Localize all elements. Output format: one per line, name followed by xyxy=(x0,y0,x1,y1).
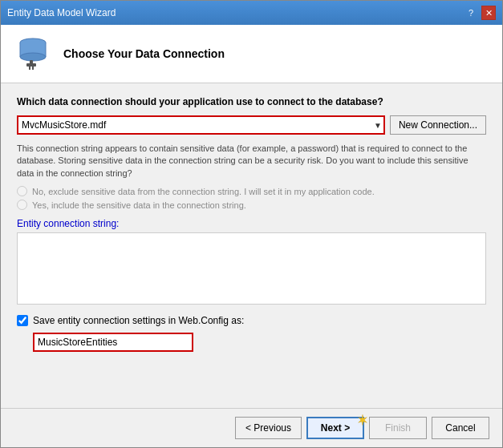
svg-rect-8 xyxy=(32,67,34,70)
main-window: Entity Data Model Wizard ? ✕ Choose Your… xyxy=(0,0,503,448)
close-button[interactable]: ✕ xyxy=(481,6,496,20)
next-button[interactable]: Next > xyxy=(306,417,364,439)
entity-input-wrapper xyxy=(33,333,486,352)
svg-rect-7 xyxy=(29,67,30,70)
help-button[interactable]: ? xyxy=(464,6,478,20)
header-area: Choose Your Data Connection xyxy=(1,25,502,83)
svg-rect-6 xyxy=(26,63,36,67)
cancel-button[interactable]: Cancel xyxy=(432,417,489,439)
radio-yes-label: Yes, include the sensitive data in the c… xyxy=(32,200,246,210)
save-settings-row: Save entity connection settings in Web.C… xyxy=(17,315,486,326)
question-label: Which data connection should your applic… xyxy=(17,96,486,107)
radio-yes-input[interactable] xyxy=(17,200,27,210)
new-connection-button[interactable]: New Connection... xyxy=(390,115,486,135)
previous-button[interactable]: < Previous xyxy=(235,417,302,439)
connection-dropdown-wrapper: MvcMusicStore.mdf ▼ xyxy=(17,115,385,135)
connection-row: MvcMusicStore.mdf ▼ New Connection... xyxy=(17,115,486,135)
radio-no-input[interactable] xyxy=(17,186,27,196)
save-checkbox-label: Save entity connection settings in Web.C… xyxy=(33,315,244,326)
radio-no-label: No, exclude sensitive data from the conn… xyxy=(32,187,375,196)
header-title: Choose Your Data Connection xyxy=(63,47,225,60)
radio-group: No, exclude sensitive data from the conn… xyxy=(17,186,486,210)
footer: < Previous Next > Finish Cancel xyxy=(1,408,502,447)
next-label: Next > xyxy=(321,422,350,434)
entity-connection-textarea[interactable] xyxy=(17,232,486,305)
burst-icon xyxy=(356,414,369,426)
connection-dropdown[interactable]: MvcMusicStore.mdf xyxy=(17,115,385,135)
svg-point-2 xyxy=(20,53,46,61)
save-checkbox[interactable] xyxy=(17,315,28,326)
database-icon xyxy=(14,34,52,73)
entity-label: Entity connection string: xyxy=(17,218,486,229)
finish-button[interactable]: Finish xyxy=(369,417,427,439)
title-bar: Entity Data Model Wizard ? ✕ xyxy=(1,1,502,25)
svg-marker-9 xyxy=(359,414,367,425)
title-bar-controls: ? ✕ xyxy=(464,6,496,20)
sensitive-text: This connection string appears to contai… xyxy=(17,143,486,180)
radio-yes-item: Yes, include the sensitive data in the c… xyxy=(17,200,486,210)
radio-no-item: No, exclude sensitive data from the conn… xyxy=(17,186,486,196)
content-area: Which data connection should your applic… xyxy=(1,83,502,408)
entity-name-input[interactable] xyxy=(33,333,193,352)
window-title: Entity Data Model Wizard xyxy=(7,7,116,18)
